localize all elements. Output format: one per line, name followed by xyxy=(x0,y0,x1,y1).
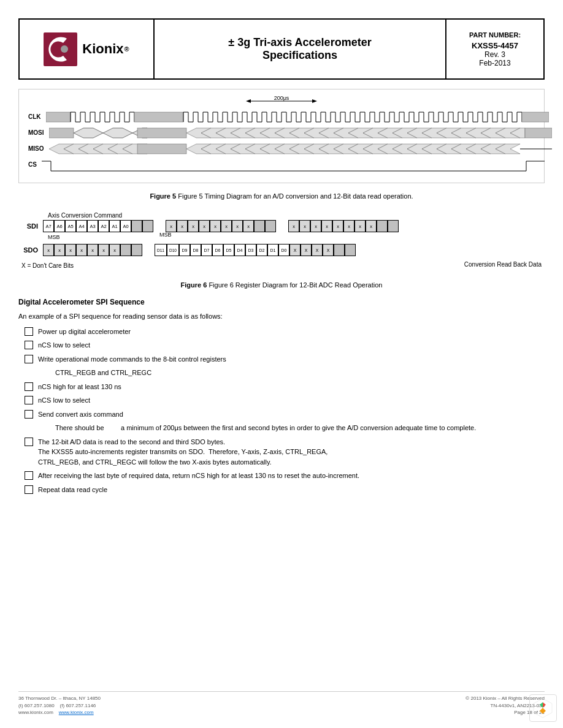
checkbox-2 xyxy=(25,341,33,349)
svg-rect-8 xyxy=(522,112,549,122)
reg-box-gray4 xyxy=(265,220,276,232)
reg-box-gray6 xyxy=(388,220,399,232)
sdi-section: SDI A7 A6 A5 A4 A3 A2 A1 A0 x xyxy=(18,220,545,241)
page-header: Kionix® ± 3g Tri-axis Accelerometer Spec… xyxy=(18,18,545,80)
main-content: 200μs CLK xyxy=(18,89,545,495)
reg-box-x9: x xyxy=(288,220,299,232)
sdo-d10: D10 xyxy=(167,244,179,256)
list-item-3: Write operational mode commands to the 8… xyxy=(18,354,545,365)
sdo-boxes-group1: x x x x x x x xyxy=(43,244,142,256)
svg-point-1 xyxy=(61,45,68,53)
sdo-d0: D0 xyxy=(278,244,289,256)
list-item-5: nCS low to select xyxy=(18,395,545,406)
time-arrow-svg: 200μs xyxy=(245,96,318,107)
svg-marker-70 xyxy=(540,702,543,708)
sdo-d4: D4 xyxy=(234,244,245,256)
reg-box-x5: x xyxy=(210,220,221,232)
reg-box-a2: A2 xyxy=(98,220,109,232)
reg-box-gray2 xyxy=(142,220,153,232)
list-item-8: After receiving the last byte of require… xyxy=(18,471,545,481)
list-item-6: Send convert axis command xyxy=(18,409,545,420)
reg-box-a7: A7 xyxy=(43,220,54,232)
time-annotation: 200μs xyxy=(245,96,318,108)
yocto-svg xyxy=(532,697,554,719)
reg-box-x1: x xyxy=(166,220,177,232)
reg-box-a6: A6 xyxy=(54,220,65,232)
svg-marker-4 xyxy=(312,99,317,103)
svg-rect-7 xyxy=(134,112,183,122)
checkbox-8 xyxy=(25,471,33,480)
checkbox-7 xyxy=(25,438,33,446)
section-title: Digital Accelerometer SPI Sequence xyxy=(18,298,545,306)
reg-box-gray1 xyxy=(131,220,142,232)
sdo-box-x6: x xyxy=(98,244,109,256)
reg-box-x15: x xyxy=(354,220,366,232)
yocto-icon xyxy=(529,694,557,722)
miso-label: MISO xyxy=(28,145,49,152)
200us-note: There should be a minimum of 200μs betwe… xyxy=(18,423,545,433)
svg-marker-3 xyxy=(246,99,251,103)
sdo-box-x2: x xyxy=(54,244,65,256)
list-item-2: nCS low to select xyxy=(18,340,545,351)
sdo-d7: D7 xyxy=(201,244,212,256)
conversion-label: Conversion Read Back Data xyxy=(464,261,545,269)
cs-label: CS xyxy=(28,161,42,168)
list-text-7: The 12-bit A/D data is read to the secon… xyxy=(38,437,545,468)
list-text-8: After receiving the last byte of require… xyxy=(38,471,545,481)
svg-marker-71 xyxy=(540,708,546,714)
cs-svg xyxy=(42,159,545,173)
dont-care-label: X = Don't Care Bits xyxy=(18,262,74,269)
checkbox-4 xyxy=(25,382,33,391)
sdo-box-x5: x xyxy=(87,244,98,256)
sdi-boxes-group2: x x x x x x x x xyxy=(166,220,276,232)
cs-signal xyxy=(42,159,545,170)
checkbox-1 xyxy=(25,327,33,336)
svg-rect-13 xyxy=(137,128,186,138)
svg-rect-9 xyxy=(49,128,74,138)
list-item-4: nCS high for at least 130 ns xyxy=(18,382,545,392)
sdi-boxes-group1: A7 A6 A5 A4 A3 A2 A1 A0 xyxy=(43,220,153,232)
sdo-boxes-group2: D11 D10 D9 D8 D7 D6 D5 D4 D3 D2 D1 D0 X … xyxy=(155,244,356,256)
reg-box-x13: x xyxy=(332,220,343,232)
sdo-d5: D5 xyxy=(223,244,234,256)
mosi-row: MOSI xyxy=(28,126,535,139)
reg-box-x10: x xyxy=(299,220,310,232)
sdo-d6: D6 xyxy=(212,244,223,256)
mosi-label: MOSI xyxy=(28,129,49,136)
reg-box-x12: x xyxy=(321,220,332,232)
kionix-brand-text: Kionix® xyxy=(82,41,129,57)
reg-box-x4: x xyxy=(199,220,210,232)
reg-box-x8: x xyxy=(243,220,254,232)
reg-box-x3: x xyxy=(188,220,199,232)
sdo-box-x3: x xyxy=(65,244,76,256)
sdi-label: SDI xyxy=(18,222,43,230)
list-text-4: nCS high for at least 130 ns xyxy=(38,382,545,392)
clk-signal xyxy=(46,111,549,122)
axis-conversion-label: Axis Conversion Command xyxy=(18,212,545,219)
logo-section: Kionix® xyxy=(20,20,155,78)
svg-marker-69 xyxy=(543,702,546,708)
clk-svg xyxy=(46,111,549,123)
miso-svg xyxy=(49,143,552,155)
kionix-symbol xyxy=(44,32,77,66)
reg-box-gray5 xyxy=(377,220,388,232)
sdo-box-x7: x xyxy=(109,244,120,256)
sdo-xx4: X xyxy=(323,244,334,256)
list-text-5: nCS low to select xyxy=(38,395,545,406)
list-text-2: nCS low to select xyxy=(38,340,545,351)
reg-box-x11: x xyxy=(310,220,321,232)
list-item-7: The 12-bit A/D data is read to the secon… xyxy=(18,437,545,468)
part-number-section: PART NUMBER: KXSS5-4457 Rev. 3 Feb-2013 xyxy=(445,20,543,78)
sdo-box-gray2 xyxy=(131,244,142,256)
reg-box-a4: A4 xyxy=(76,220,87,232)
mosi-svg xyxy=(49,127,552,139)
sdo-box-gray4 xyxy=(345,244,356,256)
sdo-xx2: X xyxy=(301,244,312,256)
sdo-box-x1: x xyxy=(43,244,54,256)
reg-box-a1: A1 xyxy=(109,220,120,232)
sdo-d8: D8 xyxy=(190,244,201,256)
reg-box-a0: A0 xyxy=(120,220,131,232)
reg-box-gray3 xyxy=(254,220,265,232)
register-diagram-section: Axis Conversion Command SDI A7 A6 A5 A4 … xyxy=(18,209,545,272)
checkbox-5 xyxy=(25,396,33,404)
